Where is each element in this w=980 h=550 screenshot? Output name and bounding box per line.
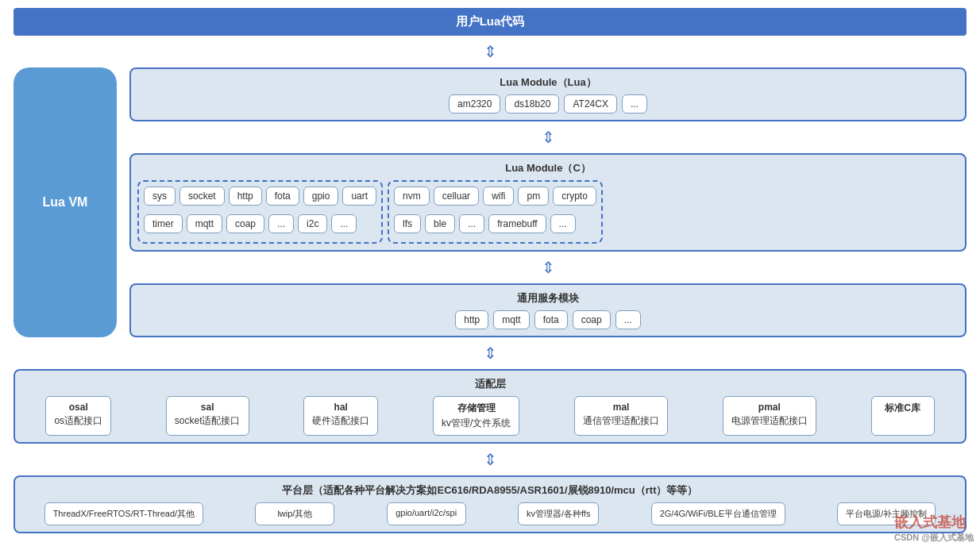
lua-c-left-box: sys socket http fota gpio uart timer mqt… xyxy=(137,180,383,244)
adapt-pmal: pmal 电源管理适配接口 xyxy=(723,396,816,436)
lua-module-c-title: Lua Module（C） xyxy=(137,161,959,175)
plat-wifi-ble: 2G/4G/WiFi/BLE平台通信管理 xyxy=(651,502,785,525)
c-pm: pm xyxy=(518,187,549,206)
adapt-storage: 存储管理 kv管理/文件系统 xyxy=(433,396,519,436)
adapt-stdlib: 标准C库 xyxy=(871,396,935,436)
lua-module-lua-title: Lua Module（Lua） xyxy=(137,75,959,90)
c-uart: uart xyxy=(342,187,376,206)
plat-kv: kv管理器/各种ffs xyxy=(518,502,599,525)
c-ble: ble xyxy=(425,214,455,233)
adapt-mal: mal 通信管理适配接口 xyxy=(574,396,668,436)
c-sys: sys xyxy=(144,187,176,206)
gs-mqtt: mqtt xyxy=(493,310,529,329)
adapt-osal: osal os适配接口 xyxy=(45,396,111,436)
c-framebuff: framebuff xyxy=(488,214,546,233)
c-dots3: ... xyxy=(459,214,484,233)
c-fota: fota xyxy=(266,187,299,206)
lua-vm-box: Lua VM xyxy=(14,67,117,337)
arrow-to-adaptation: ⇕ xyxy=(14,344,966,363)
general-service-title: 通用服务模块 xyxy=(137,291,959,306)
c-gpio: gpio xyxy=(303,187,339,206)
platform-items: ThreadX/FreeRTOS/RT-Thread/其他 lwip/其他 gp… xyxy=(21,502,959,525)
c-socket: socket xyxy=(179,187,225,206)
arrow-to-general: ⇕ xyxy=(129,258,966,277)
adapt-sal: sal socket适配接口 xyxy=(166,396,249,436)
gs-http: http xyxy=(455,310,488,329)
c-mqtt: mqtt xyxy=(187,214,222,233)
plat-threadx: ThreadX/FreeRTOS/RT-Thread/其他 xyxy=(44,502,204,525)
c-crypto: crypto xyxy=(553,187,596,206)
general-service-items: http mqtt fota coap ... xyxy=(137,310,959,329)
plat-lwip: lwip/其他 xyxy=(255,502,334,525)
adaptation-layer-title: 适配层 xyxy=(21,377,959,391)
c-i2c: i2c xyxy=(298,214,327,233)
lua-module-lua-items: am2320 ds18b20 AT24CX ... xyxy=(137,94,959,113)
lua-module-lua: Lua Module（Lua） am2320 ds18b20 AT24CX ..… xyxy=(129,67,966,121)
platform-layer-title: 平台层（适配各种平台解决方案如EC616/RDA8955/ASR1601/展锐8… xyxy=(21,483,959,498)
watermark: 嵌入式基地 CSDN @嵌入式基地 xyxy=(894,513,974,544)
user-code-bar: 用户Lua代码 xyxy=(14,8,966,36)
lua-module-c: Lua Module（C） sys socket http fota gpio … xyxy=(129,153,966,252)
c-wifi: wifi xyxy=(483,187,514,206)
plat-gpio: gpio/uart/i2c/spi xyxy=(387,502,466,525)
c-http: http xyxy=(229,187,262,206)
watermark-line2: CSDN @嵌入式基地 xyxy=(894,532,974,544)
c-timer: timer xyxy=(144,214,183,233)
lua-item-dots: ... xyxy=(622,94,647,113)
lua-item-am2320: am2320 xyxy=(449,94,500,113)
lua-item-at24cx: AT24CX xyxy=(564,94,616,113)
gs-coap: coap xyxy=(573,310,611,329)
arrow-to-platform: ⇕ xyxy=(14,450,966,469)
c-dots1: ... xyxy=(268,214,294,233)
arrow-user-to-middle: ⇕ xyxy=(14,42,966,61)
gs-fota: fota xyxy=(534,310,568,329)
adaptation-layer: 适配层 osal os适配接口 sal socket适配接口 hal 硬件适配接… xyxy=(14,369,966,444)
gs-dots: ... xyxy=(615,310,641,329)
general-service: 通用服务模块 http mqtt fota coap ... xyxy=(129,283,966,337)
lua-item-ds18b20: ds18b20 xyxy=(505,94,559,113)
platform-layer: 平台层（适配各种平台解决方案如EC616/RDA8955/ASR1601/展锐8… xyxy=(14,475,966,533)
c-dots4: ... xyxy=(550,214,576,233)
arrow-lua-modules: ⇕ xyxy=(129,128,966,147)
adapt-hal: hal 硬件适配接口 xyxy=(303,396,378,436)
c-nvm: nvm xyxy=(394,187,430,206)
watermark-line1: 嵌入式基地 xyxy=(894,513,974,532)
c-dots2: ... xyxy=(331,214,357,233)
c-coap: coap xyxy=(226,214,264,233)
c-celluar: celluar xyxy=(434,187,479,206)
adaptation-items: osal os适配接口 sal socket适配接口 hal 硬件适配接口 存储… xyxy=(21,396,959,436)
c-lfs: lfs xyxy=(394,214,421,233)
lua-c-right-box: nvm celluar wifi pm crypto lfs ble ... f… xyxy=(388,180,603,244)
